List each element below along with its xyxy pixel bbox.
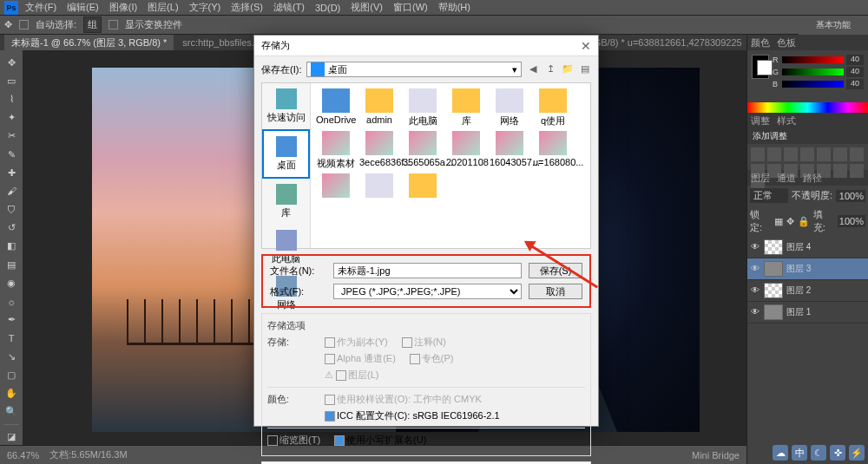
stamp-tool-icon[interactable]: ⛉ <box>3 202 20 218</box>
zoom-tool-icon[interactable]: 🔍 <box>3 404 20 420</box>
lock-pixels-icon[interactable]: ▦ <box>774 216 783 227</box>
list-item[interactable]: 20201108 <box>446 131 486 170</box>
location-dropdown[interactable]: 桌面▾ <box>306 62 522 77</box>
list-item[interactable]: 此电脑 <box>403 88 443 127</box>
color-ramp[interactable] <box>747 102 868 113</box>
tab-paths[interactable]: 路径 <box>803 172 822 185</box>
hue-icon[interactable] <box>833 147 847 161</box>
btm-icon-3[interactable]: ☾ <box>811 445 826 461</box>
menu-window[interactable]: 窗口(W) <box>393 1 428 14</box>
tab-adjustments[interactable]: 调整 <box>751 114 770 127</box>
lock-position-icon[interactable]: ✥ <box>786 216 794 227</box>
gradmap-icon[interactable] <box>850 164 864 178</box>
dialog-titlebar[interactable]: 存储为 ✕ <box>254 36 598 56</box>
list-item[interactable]: 网络 <box>490 88 529 127</box>
spot-checkbox[interactable] <box>410 354 420 364</box>
exposure-icon[interactable] <box>800 147 814 161</box>
levels-icon[interactable] <box>767 147 781 161</box>
newfolder-icon[interactable]: 📁 <box>562 63 574 75</box>
list-item[interactable]: 库 <box>446 88 486 127</box>
eyedropper-tool-icon[interactable]: ✎ <box>3 147 20 162</box>
menu-select[interactable]: 选择(S) <box>231 1 263 14</box>
layer-row[interactable]: 👁图层 2 <box>747 280 868 302</box>
notes-checkbox[interactable] <box>402 337 412 348</box>
btm-icon-2[interactable]: 中 <box>792 445 807 461</box>
r-value[interactable]: 40 <box>846 55 864 65</box>
g-slider[interactable] <box>782 69 844 75</box>
sidebar-libraries[interactable]: 库 <box>262 179 310 225</box>
menu-layer[interactable]: 图层(L) <box>148 1 178 14</box>
list-item[interactable]: 3ece6836f... <box>359 131 399 170</box>
btm-icon-5[interactable]: ⚡ <box>849 445 865 461</box>
opacity-value[interactable]: 100% <box>836 190 865 202</box>
visibility-icon[interactable]: 👁 <box>750 264 760 274</box>
list-item[interactable] <box>359 173 399 199</box>
fgbg-swatch-icon[interactable]: ◪ <box>3 429 20 445</box>
heal-tool-icon[interactable]: ✚ <box>3 165 20 180</box>
lock-all-icon[interactable]: 🔒 <box>798 216 810 227</box>
menu-image[interactable]: 图像(I) <box>109 1 137 14</box>
thumb-checkbox[interactable] <box>267 435 278 446</box>
layer-row[interactable]: 👁图层 3 <box>747 258 868 280</box>
tab-layers[interactable]: 图层 <box>751 172 770 185</box>
up-icon[interactable]: ↥ <box>544 63 556 75</box>
lasso-tool-icon[interactable]: ⌇ <box>3 91 20 107</box>
threshold-icon[interactable] <box>833 164 847 178</box>
brightness-icon[interactable] <box>751 147 765 161</box>
list-item[interactable]: 视频素材 <box>316 131 356 170</box>
brush-tool-icon[interactable]: 🖌 <box>3 183 20 199</box>
list-item[interactable]: 3565065a... <box>403 131 443 170</box>
visibility-icon[interactable]: 👁 <box>750 285 760 296</box>
proof-checkbox[interactable] <box>325 395 335 405</box>
b-value[interactable]: 40 <box>846 79 864 89</box>
fgbg-colors[interactable] <box>752 55 769 79</box>
blur-tool-icon[interactable]: ◉ <box>3 275 20 291</box>
g-value[interactable]: 40 <box>846 67 864 77</box>
menu-edit[interactable]: 编辑(E) <box>67 1 99 14</box>
layers-checkbox[interactable] <box>336 370 346 381</box>
menu-type[interactable]: 文字(Y) <box>189 1 221 14</box>
eraser-tool-icon[interactable]: ◧ <box>3 239 20 254</box>
filename-input[interactable] <box>333 263 522 278</box>
copy-checkbox[interactable] <box>325 337 335 348</box>
dodge-tool-icon[interactable]: ☼ <box>3 293 20 309</box>
wand-tool-icon[interactable]: ✦ <box>3 110 20 126</box>
menu-3d[interactable]: 3D(D) <box>315 3 340 13</box>
sidebar-desktop[interactable]: 桌面 <box>262 129 310 179</box>
visibility-icon[interactable]: 👁 <box>750 242 760 252</box>
zoom-level[interactable]: 66.47% <box>7 450 39 461</box>
move-tool-icon[interactable]: ✥ <box>3 55 20 70</box>
tab-document-1[interactable]: 未标题-1 @ 66.7% (图层 3, RGB/8) * <box>4 35 174 51</box>
path-tool-icon[interactable]: ↘ <box>3 349 20 364</box>
bw-icon[interactable] <box>850 147 864 161</box>
marquee-tool-icon[interactable]: ▭ <box>3 73 20 88</box>
alpha-checkbox[interactable] <box>325 354 335 364</box>
shape-tool-icon[interactable]: ▢ <box>3 367 20 382</box>
fill-value[interactable]: 100% <box>838 215 865 227</box>
btm-icon-1[interactable]: ☁ <box>773 445 788 461</box>
text-tool-icon[interactable]: T <box>3 330 20 346</box>
history-brush-icon[interactable]: ↺ <box>3 220 20 236</box>
lcext-checkbox[interactable] <box>334 435 345 446</box>
viewmode-icon[interactable]: ▤ <box>579 63 591 75</box>
layer-row[interactable]: 👁图层 4 <box>747 237 868 258</box>
curves-icon[interactable] <box>784 147 798 161</box>
list-item[interactable]: q使用 <box>533 88 573 127</box>
tab-channels[interactable]: 通道 <box>777 172 796 185</box>
menu-help[interactable]: 帮助(H) <box>438 1 470 14</box>
blend-mode-dropdown[interactable]: 正常 <box>750 188 788 203</box>
mini-bridge-tab[interactable]: Mini Bridge <box>692 450 740 461</box>
tab-color[interactable]: 颜色 <box>751 36 770 49</box>
btm-icon-4[interactable]: ✜ <box>830 445 845 461</box>
workspace-switcher[interactable]: 基本功能 <box>799 16 868 35</box>
autoselect-checkbox[interactable] <box>19 20 29 29</box>
format-dropdown[interactable]: JPEG (*.JPG;*.JPEG;*.JPE) <box>333 284 522 299</box>
layer-row[interactable]: 👁图层 1 <box>747 302 868 323</box>
crop-tool-icon[interactable]: ✂ <box>3 128 20 144</box>
list-item[interactable] <box>316 173 356 199</box>
hand-tool-icon[interactable]: ✋ <box>3 385 20 401</box>
icc-checkbox[interactable] <box>325 411 335 422</box>
menu-file[interactable]: 文件(F) <box>25 1 56 14</box>
list-item[interactable]: u=168080... <box>533 131 573 170</box>
pen-tool-icon[interactable]: ✒ <box>3 312 20 328</box>
